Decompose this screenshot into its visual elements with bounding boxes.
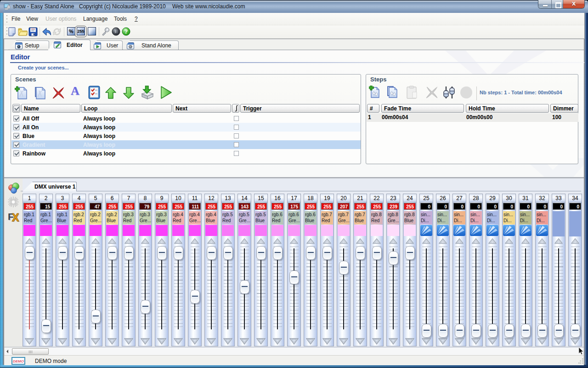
svg-text:?: ? <box>124 29 128 35</box>
